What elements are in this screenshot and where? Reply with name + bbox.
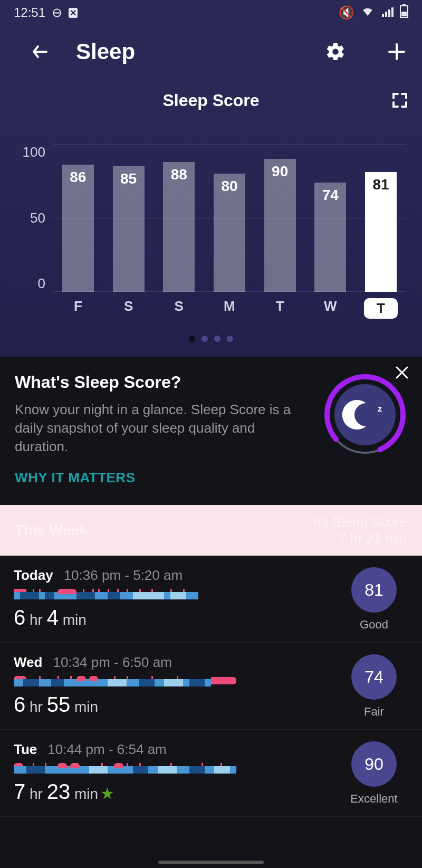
chart-bar[interactable]: 74: [313, 183, 347, 292]
sleep-day: Today: [14, 567, 53, 584]
status-bar: 12:51 ⊖ ✕ 🔇: [0, 0, 422, 25]
star-icon: ★: [100, 785, 114, 802]
svg-text:z: z: [378, 404, 382, 413]
sleep-stages-bar: [14, 676, 327, 688]
settings-button[interactable]: [325, 41, 346, 62]
chart-x-label: T: [364, 298, 398, 319]
card-icon: ✕: [69, 8, 78, 18]
sleep-score-rating: Good: [360, 618, 388, 632]
pager-dot[interactable]: [189, 336, 195, 342]
chart-x-label: W: [313, 298, 347, 319]
sleep-time-range: 10:34 pm - 6:50 am: [53, 654, 171, 671]
sleep-score-rating: Excellent: [350, 792, 397, 806]
chart-x-label: T: [263, 298, 297, 319]
chart-bar[interactable]: 90: [263, 159, 297, 292]
signal-icon: [381, 5, 394, 20]
chart-bar[interactable]: 80: [213, 174, 246, 292]
wifi-icon: [361, 5, 375, 20]
app-header: Sleep: [0, 25, 422, 78]
chart-x-label: S: [162, 298, 196, 319]
sleep-score-ring-icon: z: [323, 373, 407, 457]
chart-bar[interactable]: 85: [112, 166, 146, 292]
sleep-score-chart: Sleep Score 100 50 0 86858880907481 FSSM…: [0, 78, 422, 357]
info-card-title: What's Sleep Score?: [15, 373, 307, 392]
info-card: What's Sleep Score? Know your night in a…: [0, 357, 422, 505]
sleep-list-item[interactable]: Tue10:44 pm - 6:54 am7 hr 23 min★90Excel…: [0, 730, 422, 817]
sleep-time-range: 10:44 pm - 6:54 am: [47, 741, 166, 758]
chart-x-label: M: [213, 298, 246, 319]
chart-x-label: F: [61, 298, 95, 319]
sleep-score-circle: 74: [351, 654, 397, 700]
chart-x-axis: FSSMTWT: [53, 298, 411, 319]
chart-x-label: S: [112, 298, 146, 319]
sleep-score-circle: 81: [351, 567, 397, 613]
sleep-score-rating: Fair: [364, 705, 384, 719]
back-button[interactable]: [30, 41, 51, 62]
pager-dot[interactable]: [227, 336, 233, 342]
pager-dot[interactable]: [214, 336, 220, 342]
chart-bar[interactable]: 86: [61, 165, 95, 292]
svg-rect-2: [401, 12, 407, 16]
sleep-day: Wed: [14, 654, 42, 671]
week-summary-duration: 7 hr 21 min: [313, 530, 407, 548]
page-title: Sleep: [76, 39, 285, 64]
battery-icon: [400, 4, 408, 21]
sleep-stages-bar: [14, 589, 327, 600]
add-button[interactable]: [386, 41, 407, 62]
sleep-duration: 6 hr 4 min: [14, 606, 327, 629]
sleep-duration: 7 hr 23 min★: [14, 780, 327, 804]
close-button[interactable]: [394, 364, 410, 383]
week-summary-label: This Week: [15, 522, 88, 539]
week-summary-score: 82 Sleep Score: [313, 513, 407, 531]
expand-icon[interactable]: [391, 92, 408, 111]
week-summary[interactable]: This Week 82 Sleep Score 7 hr 21 min: [0, 505, 422, 556]
sleep-list-item[interactable]: Today10:36 pm - 5:20 am6 hr 4 min81Good: [0, 556, 422, 643]
sleep-stages-bar: [14, 763, 327, 775]
do-not-disturb-icon: ⊖: [52, 5, 62, 20]
sleep-day: Tue: [14, 741, 37, 758]
chart-title: Sleep Score: [162, 91, 259, 110]
pager-dot[interactable]: [202, 336, 208, 342]
chart-bar[interactable]: 88: [162, 162, 196, 292]
home-indicator[interactable]: [158, 861, 264, 864]
mute-icon: 🔇: [339, 5, 354, 20]
sleep-time-range: 10:36 pm - 5:20 am: [64, 567, 183, 584]
status-time: 12:51: [14, 5, 45, 20]
sleep-list-item[interactable]: Wed10:34 pm - 6:50 am6 hr 55 min74Fair: [0, 643, 422, 730]
why-it-matters-link[interactable]: WHY IT MATTERS: [15, 470, 307, 486]
chart-bar[interactable]: 81: [364, 172, 398, 292]
chart-y-axis: 100 50 0: [11, 144, 53, 292]
info-card-description: Know your night in a glance. Sleep Score…: [15, 400, 307, 456]
sleep-duration: 6 hr 55 min: [14, 693, 327, 717]
sleep-list: Today10:36 pm - 5:20 am6 hr 4 min81GoodW…: [0, 556, 422, 817]
sleep-score-circle: 90: [351, 741, 397, 787]
chart-pager[interactable]: [11, 335, 411, 351]
